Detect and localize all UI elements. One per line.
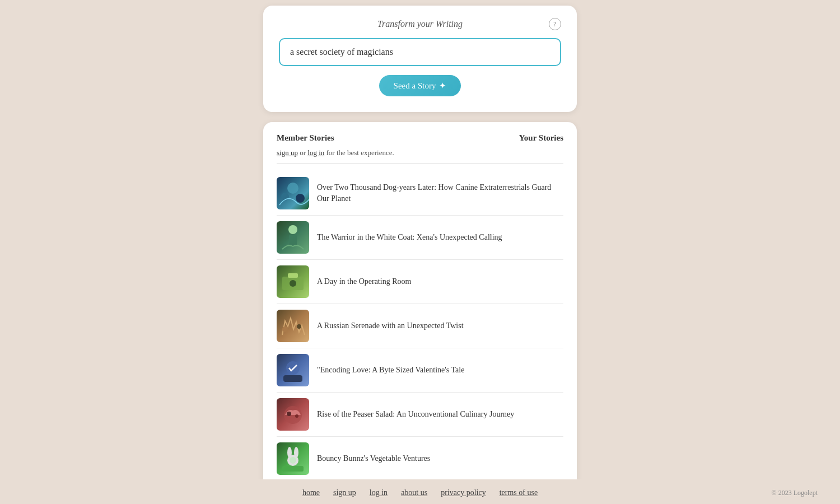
page-wrapper: Transform your Writing ? Seed a Story ✦ … (0, 0, 840, 504)
story-item[interactable]: Bouncy Bunnz's Vegetable Ventures (277, 437, 563, 480)
seed-btn-label: Seed a Story (394, 81, 436, 91)
login-link[interactable]: log in (307, 148, 324, 157)
svg-point-16 (287, 447, 292, 458)
auth-prompt: sign up or log in for the best experienc… (277, 148, 563, 164)
help-icon[interactable]: ? (549, 18, 561, 30)
auth-or: or (298, 148, 307, 157)
svg-point-13 (287, 412, 291, 416)
story-item[interactable]: "Encoding Love: A Byte Sized Valentine's… (277, 348, 563, 393)
tab-member-stories[interactable]: Member Stories (277, 133, 334, 143)
footer-link-home[interactable]: home (302, 488, 320, 497)
story-thumb-4 (277, 310, 309, 342)
story-item[interactable]: A Day in the Operating Room (277, 260, 563, 304)
footer: homesign uplog inabout usprivacy policyt… (0, 479, 840, 504)
story-thumb-7 (277, 442, 309, 475)
footer-link-log-in[interactable]: log in (370, 488, 388, 497)
svg-rect-19 (282, 466, 304, 472)
stories-card: Member Stories Your Stories sign up or l… (263, 122, 577, 489)
stories-list: Over Two Thousand Dog-years Later: How C… (277, 171, 563, 480)
svg-rect-6 (288, 273, 298, 278)
svg-point-3 (288, 225, 297, 234)
story-title: The Warrior in the White Coat: Xena's Un… (317, 232, 502, 243)
svg-point-14 (295, 414, 298, 418)
search-input[interactable] (279, 38, 561, 66)
tab-your-stories[interactable]: Your Stories (519, 133, 563, 143)
svg-point-17 (294, 447, 298, 458)
footer-link-sign-up[interactable]: sign up (333, 488, 356, 497)
top-card-header: Transform your Writing ? (279, 19, 561, 29)
page-title: Transform your Writing (377, 19, 463, 29)
story-item[interactable]: Over Two Thousand Dog-years Later: How C… (277, 171, 563, 216)
story-thumb-6 (277, 398, 309, 431)
story-item[interactable]: A Russian Serenade with an Unexpected Tw… (277, 304, 563, 348)
svg-rect-4 (289, 235, 297, 246)
story-title: Bouncy Bunnz's Vegetable Ventures (317, 453, 430, 464)
main-container: Transform your Writing ? Seed a Story ✦ … (263, 0, 577, 500)
auth-suffix: for the best experience. (324, 148, 394, 157)
story-thumb-1 (277, 177, 309, 209)
seed-story-button[interactable]: Seed a Story ✦ (379, 75, 461, 96)
story-item[interactable]: The Warrior in the White Coat: Xena's Un… (277, 216, 563, 260)
footer-link-about-us[interactable]: about us (401, 488, 427, 497)
story-thumb-2 (277, 221, 309, 254)
svg-point-9 (297, 324, 301, 329)
story-title: Over Two Thousand Dog-years Later: How C… (317, 182, 563, 204)
svg-point-18 (290, 457, 296, 464)
svg-point-8 (282, 326, 288, 332)
story-thumb-3 (277, 265, 309, 298)
svg-point-0 (287, 183, 298, 194)
footer-links: homesign uplog inabout usprivacy policyt… (302, 488, 538, 497)
svg-point-10 (286, 361, 300, 375)
stories-tabs: Member Stories Your Stories (277, 133, 563, 143)
footer-link-terms-of-use[interactable]: terms of use (500, 488, 538, 497)
seed-btn-icon: ✦ (439, 81, 446, 91)
story-title: Rise of the Peaser Salad: An Unconventio… (317, 409, 514, 420)
top-card: Transform your Writing ? Seed a Story ✦ (263, 6, 577, 112)
seed-btn-wrap: Seed a Story ✦ (279, 75, 561, 96)
footer-copyright: © 2023 Logolept (772, 489, 818, 497)
story-item[interactable]: Rise of the Peaser Salad: An Unconventio… (277, 393, 563, 437)
footer-link-privacy-policy[interactable]: privacy policy (441, 488, 486, 497)
svg-point-7 (290, 280, 296, 287)
svg-point-2 (296, 194, 305, 203)
story-title: A Day in the Operating Room (317, 276, 411, 287)
story-title: "Encoding Love: A Byte Sized Valentine's… (317, 365, 464, 376)
signup-link[interactable]: sign up (277, 148, 298, 157)
story-title: A Russian Serenade with an Unexpected Tw… (317, 320, 464, 332)
story-thumb-5 (277, 354, 309, 386)
svg-rect-11 (283, 375, 302, 382)
